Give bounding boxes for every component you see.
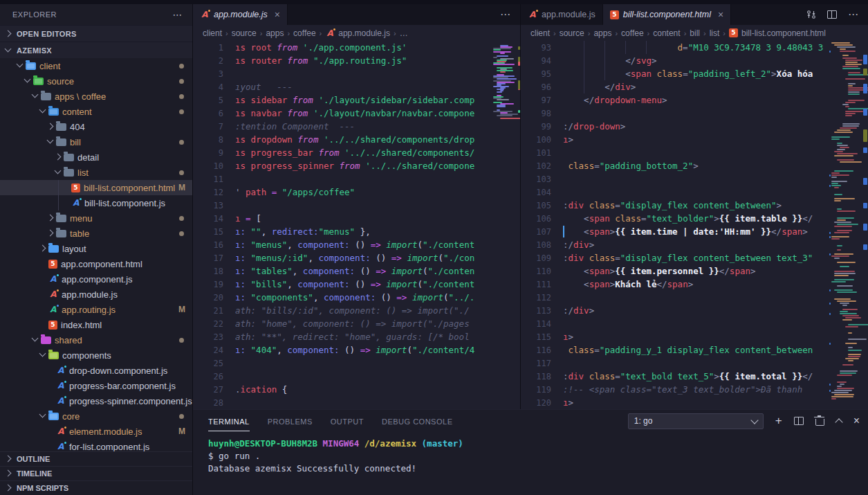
sidebar-section-timeline[interactable]: TIMELINE: [0, 466, 192, 480]
terminal-output[interactable]: huynh@DESKTOP-BUH8M2B MINGW64 /d/azemisx…: [193, 432, 868, 495]
kill-terminal-button[interactable]: [815, 419, 824, 426]
tree-item-progress-spinner-component-js[interactable]: Aprogress-spinner.component.js: [0, 393, 192, 408]
tree-item-layout[interactable]: layout: [0, 241, 192, 256]
code-line: 97 </dropdown-menu>: [521, 93, 829, 107]
tree-item-detail[interactable]: detail: [0, 150, 192, 165]
code-text: </svg>: [563, 54, 829, 67]
right-editor-minimap[interactable]: [829, 41, 862, 409]
close-icon[interactable]: ×: [718, 9, 723, 20]
right-editor-code-editor[interactable]: 93 d="M10 3C9.73478 3 9.48043 394 </svg>…: [521, 41, 868, 409]
line-number: 18: [193, 267, 235, 276]
breadcrumb-item[interactable]: list: [710, 28, 720, 38]
tree-item-app-component-html[interactable]: 5app.component.html: [0, 256, 192, 271]
tree-item-core[interactable]: core: [0, 408, 192, 424]
chevron-right-icon: [3, 483, 14, 494]
breadcrumb-item-label: apps: [593, 28, 611, 38]
html-file-icon: 5: [48, 260, 57, 269]
tree-item-404[interactable]: 404: [0, 119, 192, 134]
tree-item-shared[interactable]: shared: [0, 332, 192, 348]
git-modified-badge: M: [178, 183, 185, 192]
workspace-section[interactable]: AZEMISX: [0, 42, 192, 58]
folder-plain-icon: [56, 138, 66, 146]
editor-and-panel: Aapp.module.js×⋯client›source›apps›coffe…: [193, 4, 868, 495]
code-text: :div class="display_flex content_between…: [563, 199, 829, 212]
tab-app-module-js[interactable]: Aapp.module.js: [521, 4, 603, 25]
tree-item-apps-coffee[interactable]: apps \ coffee: [0, 89, 192, 104]
breadcrumb-item[interactable]: content: [653, 28, 680, 38]
tree-item-source[interactable]: source: [0, 73, 192, 89]
tree-item-bill-list-component-js[interactable]: Abill-list.component.js: [0, 195, 192, 210]
line-number: 11: [193, 174, 235, 184]
sidebar-section-outline[interactable]: OUTLINE: [0, 451, 192, 466]
tree-item-table[interactable]: table: [0, 226, 192, 241]
tree-item-label: table: [70, 228, 89, 239]
tree-item-element-module-js[interactable]: Aelement.module.jsM: [0, 424, 192, 439]
sidebar-section-npm-scripts[interactable]: NPM SCRIPTS: [0, 480, 192, 495]
tree-item-app-module-js[interactable]: Aapp.module.js: [0, 287, 192, 302]
breadcrumb-item[interactable]: 5bill-list.component.html: [729, 28, 826, 38]
close-icon[interactable]: ×: [275, 9, 280, 20]
code-line: 96 </div>: [521, 80, 829, 93]
tree-item-app-component-js[interactable]: Aapp.component.js: [0, 271, 192, 287]
more-icon[interactable]: ⋯: [848, 8, 858, 21]
tree-item-index-html[interactable]: 5index.html: [0, 317, 192, 332]
close-panel-button[interactable]: ×: [853, 415, 860, 427]
breadcrumb-item[interactable]: client: [530, 28, 550, 38]
left-editor-code-editor[interactable]: 1ıs root from './app.component.js'2ıs ro…: [193, 41, 520, 409]
panel-tab-problems[interactable]: PROBLEMS: [268, 411, 313, 431]
tree-item-bill[interactable]: bill: [0, 134, 192, 150]
line-number: 100: [521, 135, 563, 145]
code-text: ath: "**", redirect: "home", guards: [/*…: [235, 330, 491, 343]
breadcrumb-separator: ›: [224, 29, 230, 37]
line-number: 19: [193, 280, 235, 289]
breadcrumb-item[interactable]: coffee: [293, 28, 315, 38]
tree-item-components[interactable]: components: [0, 348, 192, 363]
tab-bill-list-component-html[interactable]: 5bill-list.component.html×: [603, 4, 731, 25]
more-icon[interactable]: ⋯: [500, 8, 510, 21]
tree-item-menu[interactable]: menu: [0, 210, 192, 226]
breadcrumb-item[interactable]: source: [560, 28, 584, 38]
code-line: 117: [521, 357, 829, 370]
tree-item-progress-bar-component-js[interactable]: Aprogress-bar.component.js: [0, 378, 192, 393]
tree-item-list[interactable]: list: [0, 165, 192, 180]
open-changes-icon[interactable]: [806, 10, 816, 19]
code-text: [563, 357, 829, 370]
breadcrumb-item[interactable]: …: [400, 28, 408, 38]
line-number: 15: [193, 227, 235, 237]
code-lines: 1ıs root from './app.component.js'2ıs ro…: [193, 41, 491, 409]
tab-app-module-js[interactable]: Aapp.module.js×: [193, 4, 288, 25]
terminal-picker-dropdown[interactable]: 1: go: [628, 413, 764, 429]
editor-group-left: Aapp.module.js×⋯client›source›apps›coffe…: [193, 4, 521, 409]
chevron-spacer: [45, 380, 56, 391]
chevron-down-icon: [53, 167, 64, 178]
open-editors-section[interactable]: OPEN EDITORS: [0, 25, 192, 42]
split-terminal-button[interactable]: [794, 417, 804, 425]
breadcrumb-item[interactable]: coffee: [621, 28, 643, 38]
explorer-more-icon[interactable]: ⋯: [173, 9, 183, 20]
breadcrumb-item[interactable]: source: [232, 28, 257, 38]
git-modified-dot-badge: [179, 338, 184, 343]
tree-item-label: progress-bar.component.js: [69, 381, 176, 391]
breadcrumb-item[interactable]: Aapp.module.js: [325, 28, 390, 38]
panel-tab-output[interactable]: OUTPUT: [331, 411, 364, 431]
tree-item-for-list-component-js[interactable]: Afor-list.component.js: [0, 439, 192, 451]
tree-item-app-routing-js[interactable]: Aapp.routing.jsM: [0, 302, 192, 317]
tree-item-content[interactable]: content: [0, 104, 192, 119]
new-terminal-button[interactable]: +: [775, 415, 782, 426]
tree-item-client[interactable]: client: [0, 58, 192, 73]
line-number: 99: [521, 122, 563, 132]
chevron-spacer: [60, 197, 71, 208]
tree-item-bill-list-component-html[interactable]: 5bill-list.component.htmlM: [0, 180, 192, 195]
left-editor-minimap[interactable]: [491, 41, 520, 409]
maximize-panel-button[interactable]: [835, 418, 842, 426]
breadcrumb-item[interactable]: apps: [593, 28, 611, 38]
breadcrumb-item[interactable]: apps: [266, 28, 284, 38]
tree-item-drop-down-component-js[interactable]: Adrop-down.component.js: [0, 363, 192, 378]
panel-tab-terminal[interactable]: TERMINAL: [208, 411, 250, 431]
panel-tab-debug-console[interactable]: DEBUG CONSOLE: [382, 411, 452, 431]
split-icon[interactable]: [827, 10, 837, 19]
code-text: ı = [: [235, 212, 491, 225]
breadcrumb-item[interactable]: client: [203, 28, 222, 38]
breadcrumb-item[interactable]: bill: [690, 28, 700, 38]
code-text: :/drop-down>: [563, 120, 829, 133]
